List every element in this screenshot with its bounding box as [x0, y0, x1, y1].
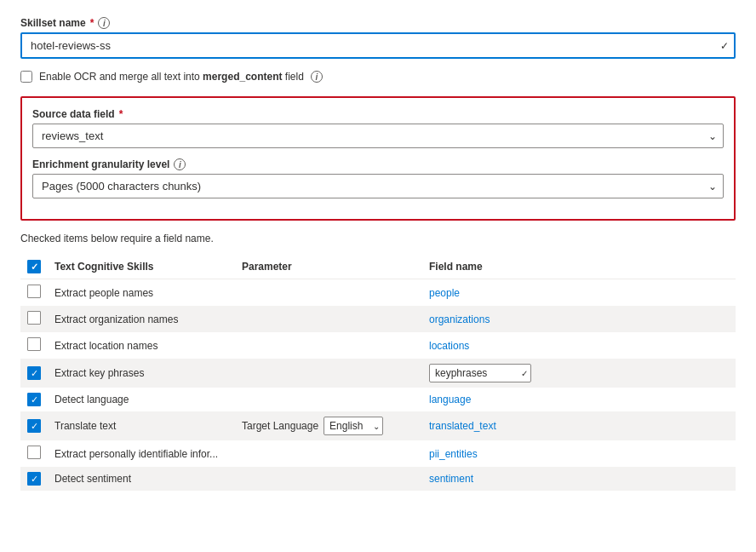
row-skill-name: Extract organization names [48, 306, 235, 332]
keyphrases-dropdown-wrapper: keyphrases ✓ [429, 364, 531, 382]
table-row: Extract organization namesorganizations [20, 306, 736, 332]
row-param [235, 388, 422, 411]
table-row: Extract location nameslocations [20, 332, 736, 359]
row-checkbox-cell: ✓ [20, 411, 48, 440]
table-row: Extract people namespeople [20, 279, 736, 307]
param-dropdown-group: Target Language English ⌄ [242, 417, 415, 435]
source-field-dropdown-wrapper: reviews_text ⌄ [32, 124, 724, 148]
field-name-link[interactable]: people [429, 287, 460, 299]
row-param [235, 467, 422, 491]
field-name-link[interactable]: language [429, 394, 471, 405]
row-skill-name: Detect sentiment [48, 467, 235, 491]
table-row: ✓Detect languagelanguage [20, 388, 736, 411]
row-field-name: people [422, 279, 736, 307]
skillset-name-dropdown[interactable]: hotel-reviews-ss [20, 32, 736, 59]
th-checkbox: ✓ [20, 255, 48, 279]
skillset-name-label: Skillset name * i [20, 17, 736, 29]
row-checkbox-cell: ✓ [20, 388, 48, 411]
row-field-name: keyphrases ✓ [422, 359, 736, 388]
field-name-link[interactable]: pii_entities [429, 448, 478, 460]
row-param [235, 306, 422, 332]
skills-table: ✓ Text Cognitive Skills Parameter Field … [20, 255, 736, 491]
row-field-name: translated_text [422, 411, 736, 440]
target-language-label: Target Language [242, 420, 318, 432]
row-checkbox-cell [20, 279, 48, 307]
red-border-section: Source data field * reviews_text ⌄ Enric… [20, 96, 736, 221]
row-param [235, 279, 422, 307]
th-field: Field name [422, 255, 736, 279]
row-field-name: organizations [422, 306, 736, 332]
source-field-dropdown[interactable]: reviews_text [32, 124, 724, 148]
source-field-label: Source data field * [32, 108, 724, 120]
table-row: ✓Translate text Target Language English … [20, 411, 736, 440]
row-checkbox-cell [20, 440, 48, 467]
target-language-dropdown[interactable]: English [324, 417, 383, 435]
target-language-dropdown-wrapper: English ⌄ [324, 417, 383, 435]
checkbox-checked[interactable]: ✓ [27, 472, 41, 486]
skillset-name-dropdown-wrapper: hotel-reviews-ss ✓ [20, 32, 736, 59]
row-param [235, 332, 422, 359]
checkbox-unchecked[interactable] [27, 446, 41, 459]
header-checkbox-blue[interactable]: ✓ [27, 260, 41, 273]
row-skill-name: Extract personally identifiable infor... [48, 440, 235, 467]
keyphrases-dropdown[interactable]: keyphrases [429, 364, 531, 382]
row-skill-name: Extract key phrases [48, 359, 235, 388]
skillset-name-info-icon[interactable]: i [98, 17, 110, 29]
field-name-link[interactable]: locations [429, 340, 469, 352]
row-skill-name: Extract people names [48, 279, 235, 307]
th-param: Parameter [235, 255, 422, 279]
row-checkbox-cell: ✓ [20, 359, 48, 388]
row-skill-name: Translate text [48, 411, 235, 440]
row-param: Target Language English ⌄ [235, 411, 422, 440]
ocr-label: Enable OCR and merge all text into merge… [39, 71, 304, 83]
table-row: ✓Detect sentimentsentiment [20, 467, 736, 491]
ocr-bold-text: merged_content [203, 71, 282, 83]
ocr-info-icon[interactable]: i [311, 71, 323, 83]
granularity-label: Enrichment granularity level i [32, 158, 724, 170]
granularity-dropdown[interactable]: Pages (5000 characters chunks) [32, 174, 724, 198]
table-row: Extract personally identifiable infor...… [20, 440, 736, 467]
row-checkbox-cell [20, 332, 48, 359]
row-checkbox-cell [20, 306, 48, 332]
ocr-checkbox-row: Enable OCR and merge all text into merge… [20, 71, 736, 83]
field-name-link[interactable]: organizations [429, 313, 490, 325]
row-skill-name: Detect language [48, 388, 235, 411]
granularity-dropdown-wrapper: Pages (5000 characters chunks) ⌄ [32, 174, 724, 198]
th-skill: Text Cognitive Skills [48, 255, 235, 279]
checkbox-unchecked[interactable] [27, 311, 41, 325]
table-row: ✓Extract key phrases keyphrases ✓ [20, 359, 736, 388]
ocr-checkbox[interactable] [20, 71, 32, 83]
checkbox-unchecked[interactable] [27, 285, 41, 298]
checkbox-checked[interactable]: ✓ [27, 366, 41, 380]
field-name-link[interactable]: translated_text [429, 420, 496, 432]
checkbox-checked[interactable]: ✓ [27, 393, 41, 406]
row-field-name: sentiment [422, 467, 736, 491]
row-checkbox-cell: ✓ [20, 467, 48, 491]
skillset-name-section: Skillset name * i hotel-reviews-ss ✓ [20, 17, 736, 59]
checkbox-unchecked[interactable] [27, 337, 41, 351]
checked-items-note: Checked items below require a field name… [20, 233, 736, 244]
row-field-name: locations [422, 332, 736, 359]
row-param [235, 359, 422, 388]
row-field-name: language [422, 388, 736, 411]
field-name-link[interactable]: sentiment [429, 473, 473, 485]
row-param [235, 440, 422, 467]
row-field-name: pii_entities [422, 440, 736, 467]
checkbox-checked[interactable]: ✓ [27, 419, 41, 433]
granularity-info-icon[interactable]: i [174, 158, 186, 170]
row-skill-name: Extract location names [48, 332, 235, 359]
